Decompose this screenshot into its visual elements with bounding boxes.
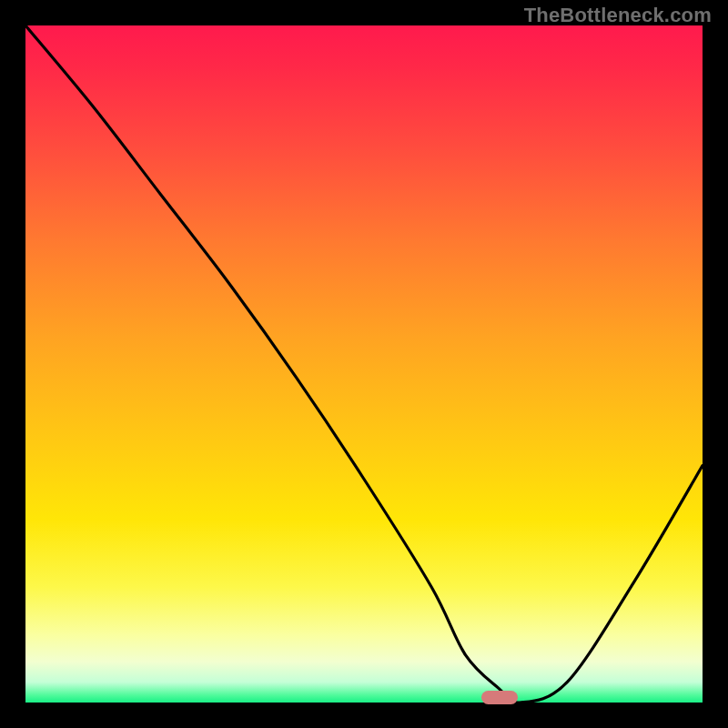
watermark-text: TheBottleneck.com [524,4,712,27]
chart-plot-area [25,25,703,703]
optimal-marker [481,691,518,704]
bottleneck-curve [25,25,703,703]
